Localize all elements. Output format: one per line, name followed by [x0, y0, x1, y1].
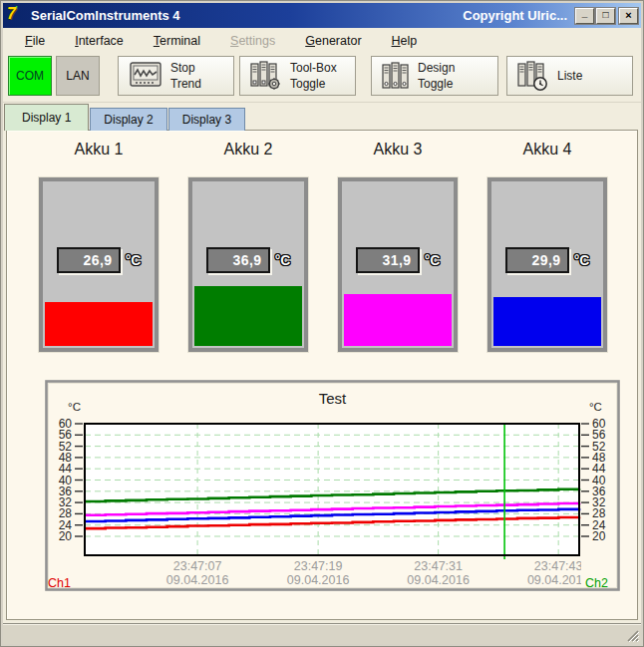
gauge-body: 31,9°C	[338, 177, 458, 352]
gauge-akku-1: Akku 126,9°C	[39, 141, 159, 352]
display-area: Akku 126,9°CAkku 236,9°CAkku 331,9°CAkku…	[6, 130, 638, 620]
x-tick-date: 09.04.2016	[527, 573, 590, 587]
window-title: SerialComInstruments 4	[31, 8, 180, 23]
gauge-readout: 31,9°C	[342, 247, 454, 273]
design-toggle-label-1: Design	[418, 60, 455, 76]
menu-item-help[interactable]: Help	[392, 34, 418, 48]
x-tick-time: 23:47:19	[294, 559, 343, 573]
gauge-value-display: 31,9	[356, 247, 420, 273]
menu-item-interface[interactable]: Interface	[75, 34, 124, 48]
x-tick-date: 09.04.2016	[407, 573, 470, 587]
tab-display-2[interactable]: Display 2	[90, 108, 166, 131]
stop-trend-label-2: Trend	[170, 76, 201, 92]
y-tick-label-right: 20	[592, 529, 606, 543]
x-tick-time: 23:47:43	[534, 559, 583, 573]
gauge-body: 36,9°C	[188, 177, 308, 352]
gauge-akku-4: Akku 429,9°C	[487, 141, 607, 352]
chart-title: Test	[319, 390, 347, 407]
tab-strip: Display 1Display 2Display 3	[4, 104, 246, 131]
maximize-button[interactable]: □	[596, 8, 615, 24]
instrument-rack-gear-icon	[249, 60, 283, 92]
gauge-value: 26,9	[83, 252, 112, 268]
design-toggle-button[interactable]: Design Toggle	[371, 56, 498, 96]
lan-button[interactable]: LAN	[56, 56, 100, 96]
channel-label-ch1: Ch1	[48, 576, 71, 590]
oscilloscope-icon	[128, 62, 163, 90]
channel-label-ch2: Ch2	[585, 576, 608, 590]
title-bar[interactable]: 7ʼ SerialComInstruments 4 Copyright Ulri…	[3, 3, 641, 28]
gauge-value-display: 29,9	[505, 247, 569, 273]
y-axis-unit-left: °C	[68, 401, 81, 413]
liste-button[interactable]: Liste	[506, 56, 633, 96]
gauge-value: 29,9	[531, 252, 560, 268]
design-toggle-label-2: Toggle	[418, 76, 455, 92]
gauge-value-display: 26,9	[57, 247, 121, 273]
gauge-akku-3: Akku 331,9°C	[338, 141, 458, 352]
gauge-readout: 36,9°C	[192, 247, 304, 273]
toolbox-toggle-label-2: Toggle	[290, 76, 337, 92]
gauge-title: Akku 1	[39, 141, 159, 164]
gauge-value-display: 36,9	[206, 247, 270, 273]
x-tick-date: 09.04.2016	[166, 573, 229, 587]
window-copyright: Copyright Ulric...	[463, 8, 567, 23]
toolbar: COM LAN Stop Trend	[3, 53, 641, 103]
menu-bar: FileInterfaceTerminalSettingsGeneratorHe…	[3, 28, 641, 53]
gauge-body: 29,9°C	[487, 177, 607, 352]
instrument-rack-icon	[381, 61, 411, 91]
toolbox-toggle-button[interactable]: Tool-Box Toggle	[239, 56, 356, 96]
trend-chart-panel: Test606056565252484844444040363632322828…	[45, 380, 620, 591]
resize-grip[interactable]	[625, 628, 639, 642]
y-axis-unit-right: °C	[589, 401, 602, 413]
gauge-readout: 29,9°C	[491, 247, 603, 273]
liste-label-1: Liste	[557, 68, 582, 84]
gauge-fill-level	[45, 302, 153, 346]
gauge-body: 26,9°C	[39, 177, 159, 352]
gauge-value: 36,9	[232, 252, 261, 268]
menu-item-terminal[interactable]: Terminal	[154, 34, 200, 48]
gauge-title: Akku 2	[188, 141, 308, 164]
stop-trend-button[interactable]: Stop Trend	[118, 56, 234, 96]
gauge-title: Akku 3	[338, 141, 458, 164]
x-tick-date: 09.04.2016	[287, 573, 350, 587]
gauge-fill-level	[344, 294, 452, 346]
close-button[interactable]: ×	[619, 8, 638, 24]
gauge-akku-2: Akku 236,9°C	[188, 141, 308, 352]
gauge-unit: °C	[425, 252, 441, 268]
menu-item-settings[interactable]: Settings	[230, 34, 275, 48]
y-tick-label-left: 20	[59, 529, 73, 543]
gauge-fill-level	[194, 286, 302, 346]
com-button[interactable]: COM	[8, 56, 52, 96]
status-bar	[3, 623, 641, 644]
gauge-title: Akku 4	[487, 141, 607, 164]
gauge-fill-level	[493, 297, 601, 346]
tab-display-3[interactable]: Display 3	[168, 108, 245, 131]
gauge-unit: °C	[275, 252, 291, 268]
menu-item-generator[interactable]: Generator	[305, 34, 361, 48]
app-icon: 7ʼ	[6, 7, 24, 24]
gauge-unit: °C	[126, 252, 142, 268]
x-tick-time: 23:47:07	[173, 559, 222, 573]
gauge-value: 31,9	[382, 252, 411, 268]
stop-trend-label-1: Stop	[170, 60, 201, 76]
instrument-rack-clock-icon	[516, 60, 550, 92]
gauge-readout: 26,9°C	[43, 247, 155, 273]
toolbox-toggle-label-1: Tool-Box	[290, 60, 337, 76]
trend-chart: Test606056565252484844444040363632322828…	[45, 380, 620, 591]
menu-item-file[interactable]: File	[25, 34, 45, 48]
x-tick-time: 23:47:31	[414, 559, 463, 573]
gauge-unit: °C	[574, 252, 590, 268]
minimize-button[interactable]: _	[575, 8, 594, 24]
tab-display-1[interactable]: Display 1	[4, 104, 89, 131]
app-window: 7ʼ SerialComInstruments 4 Copyright Ulri…	[0, 0, 644, 647]
